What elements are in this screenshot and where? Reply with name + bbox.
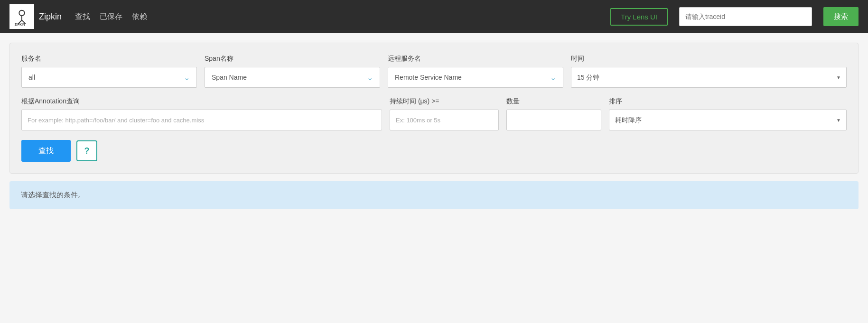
- remote-service-placeholder: Remote Service Name: [395, 74, 462, 81]
- sort-label: 排序: [609, 97, 847, 106]
- nav-dependency[interactable]: 依赖: [132, 12, 147, 22]
- time-select-wrapper: 15 分钟: [571, 67, 847, 88]
- sort-select-wrapper: 耗时降序: [609, 110, 847, 130]
- remote-service-label: 远程服务名: [388, 55, 563, 63]
- annotation-input[interactable]: [21, 110, 382, 130]
- svg-text:ZIPKIN: ZIPKIN: [15, 23, 25, 26]
- logo-icon: ZIPKIN: [13, 8, 31, 26]
- sort-group: 排序 耗时降序: [609, 97, 847, 130]
- count-input[interactable]: 10: [506, 110, 601, 130]
- zipkin-logo: ZIPKIN: [9, 4, 34, 29]
- span-name-label: Span名称: [205, 55, 380, 63]
- info-box: 请选择查找的条件。: [9, 181, 859, 209]
- info-text: 请选择查找的条件。: [21, 191, 85, 199]
- span-name-group: Span名称 Span Name ⌄: [205, 55, 380, 88]
- try-lens-button[interactable]: Try Lens UI: [610, 8, 668, 26]
- search-form: 服务名 all ⌄ Span名称 Span Name ⌄ 远程服务名 Remot…: [9, 43, 859, 174]
- form-row-1: 服务名 all ⌄ Span名称 Span Name ⌄ 远程服务名 Remot…: [21, 55, 847, 88]
- form-row-2: 根据Annotation查询 持续时间 (μs) >= 数量 10 排序 耗时降…: [21, 97, 847, 130]
- buttons-row: 查找 ?: [21, 140, 847, 162]
- duration-group: 持续时间 (μs) >=: [390, 97, 499, 130]
- service-name-chevron-icon: ⌄: [184, 73, 190, 82]
- span-name-select[interactable]: Span Name ⌄: [205, 67, 380, 88]
- service-name-group: 服务名 all ⌄: [21, 55, 197, 88]
- sort-select[interactable]: 耗时降序: [609, 110, 847, 130]
- count-group: 数量 10: [506, 97, 601, 130]
- remote-service-group: 远程服务名 Remote Service Name ⌄: [388, 55, 563, 88]
- navbar: ZIPKIN Zipkin 查找 已保存 依赖 Try Lens UI 搜索: [0, 0, 868, 33]
- count-label: 数量: [506, 97, 601, 106]
- traceid-input[interactable]: [679, 7, 812, 26]
- service-name-select[interactable]: all ⌄: [21, 67, 197, 88]
- annotation-group: 根据Annotation查询: [21, 97, 382, 130]
- brand-name: Zipkin: [39, 12, 62, 22]
- find-button[interactable]: 查找: [21, 140, 71, 162]
- time-group: 时间 15 分钟: [571, 55, 847, 88]
- svg-point-0: [19, 10, 24, 16]
- service-name-value: all: [28, 74, 35, 81]
- remote-service-chevron-icon: ⌄: [550, 73, 556, 82]
- duration-input[interactable]: [390, 110, 499, 130]
- time-label: 时间: [571, 55, 847, 63]
- nav-find[interactable]: 查找: [75, 12, 90, 22]
- help-button[interactable]: ?: [76, 140, 97, 161]
- nav-links: 查找 已保存 依赖: [75, 12, 147, 22]
- service-name-label: 服务名: [21, 55, 197, 63]
- duration-label: 持续时间 (μs) >=: [390, 97, 499, 106]
- nav-saved[interactable]: 已保存: [100, 12, 122, 22]
- logo-container: ZIPKIN Zipkin: [9, 4, 62, 29]
- span-name-placeholder: Span Name: [212, 74, 247, 81]
- span-name-chevron-icon: ⌄: [367, 73, 373, 82]
- annotation-label: 根据Annotation查询: [21, 97, 382, 106]
- main-content: 服务名 all ⌄ Span名称 Span Name ⌄ 远程服务名 Remot…: [0, 33, 868, 219]
- time-select[interactable]: 15 分钟: [571, 67, 847, 88]
- remote-service-select[interactable]: Remote Service Name ⌄: [388, 67, 563, 88]
- nav-search-button[interactable]: 搜索: [823, 7, 859, 26]
